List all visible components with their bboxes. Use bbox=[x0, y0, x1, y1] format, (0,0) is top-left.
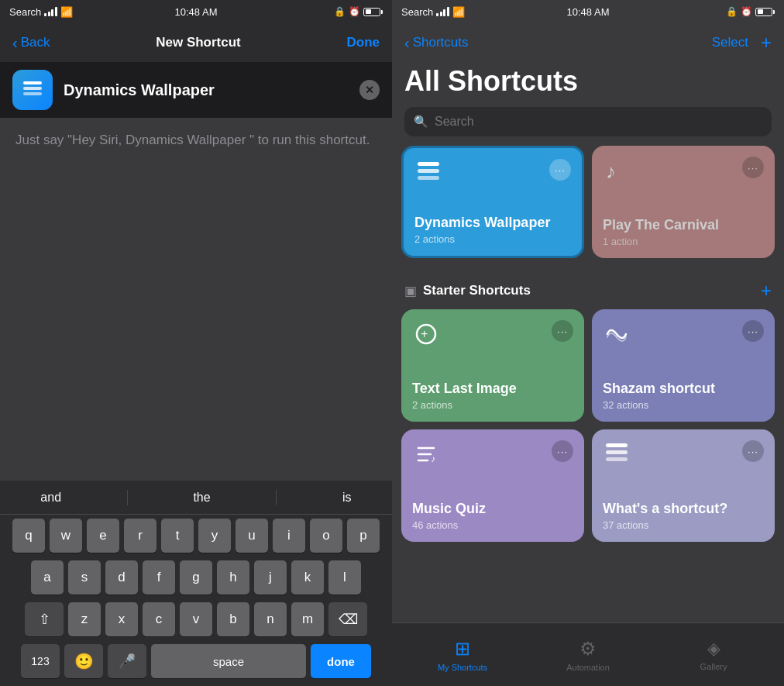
right-panel: Search 📶 10:48 AM 🔒 ⏰ ‹ Shortcut bbox=[392, 0, 784, 686]
card-top-music-quiz: ♪ ··· bbox=[412, 440, 573, 468]
tab-my-shortcuts[interactable]: ⊞ My Shortcuts bbox=[400, 638, 525, 672]
search-icon-right: 🔍 bbox=[414, 115, 428, 129]
search-input-right[interactable] bbox=[435, 115, 762, 129]
card-top-shazam: ··· bbox=[603, 320, 764, 348]
card-top-text-image: + ··· bbox=[412, 320, 573, 348]
svg-rect-1 bbox=[23, 87, 42, 90]
key-w[interactable]: w bbox=[50, 519, 82, 553]
wifi-icon-right: 📶 bbox=[452, 6, 465, 18]
key-i[interactable]: i bbox=[273, 519, 305, 553]
whats-shortcut-icon bbox=[603, 440, 631, 468]
shortcut-card-whats-shortcut[interactable]: ··· What's a shortcut? 37 actions bbox=[592, 429, 775, 542]
key-r[interactable]: r bbox=[124, 519, 156, 553]
key-row-1: q w e r t y u i o p bbox=[0, 515, 392, 557]
layers-icon bbox=[21, 78, 44, 102]
key-h[interactable]: h bbox=[217, 560, 249, 595]
shortcut-name-input[interactable] bbox=[64, 81, 349, 99]
svg-rect-13 bbox=[606, 457, 628, 461]
shortcut-card-dynamics[interactable]: ··· Dynamics Wallpaper 2 actions bbox=[401, 146, 584, 258]
pred-sep-2 bbox=[276, 490, 277, 505]
key-k[interactable]: k bbox=[291, 560, 324, 595]
key-j[interactable]: j bbox=[254, 560, 287, 595]
more-button-music-quiz[interactable]: ··· bbox=[552, 440, 573, 462]
back-button-right[interactable]: ‹ Shortcuts bbox=[404, 34, 468, 52]
key-o[interactable]: o bbox=[310, 519, 342, 553]
shortcut-card-text-image[interactable]: + ··· Text Last Image 2 actions bbox=[401, 309, 584, 422]
shortcut-card-carnival[interactable]: ♪ ··· Play The Carnival 1 action bbox=[592, 146, 775, 258]
key-a[interactable]: a bbox=[31, 560, 64, 595]
back-button-left[interactable]: ‹ Back bbox=[12, 34, 50, 52]
key-n[interactable]: n bbox=[254, 602, 287, 636]
key-d[interactable]: d bbox=[105, 560, 138, 595]
left-panel: Search 📶 10:48 AM 🔒 ⏰ ‹ Back bbox=[0, 0, 392, 686]
keyboard-overlay: and the is q w e r t y u i o p a bbox=[0, 163, 392, 687]
svg-rect-15 bbox=[606, 443, 628, 447]
carnival-icon: ♪ bbox=[603, 157, 631, 184]
tab-automation[interactable]: ⚙ Automation bbox=[525, 638, 651, 672]
key-x[interactable]: x bbox=[105, 602, 138, 636]
key-b[interactable]: b bbox=[217, 602, 249, 636]
shortcut-card-music-quiz[interactable]: ♪ ··· Music Quiz 46 actions bbox=[401, 429, 584, 542]
add-button-right[interactable]: + bbox=[761, 32, 772, 53]
more-button-whats-shortcut[interactable]: ··· bbox=[742, 440, 764, 462]
key-u[interactable]: u bbox=[236, 519, 268, 553]
card-bottom-shazam: Shazam shortcut 32 actions bbox=[603, 381, 764, 411]
numbers-key[interactable]: 123 bbox=[21, 644, 60, 678]
signal-bars-right bbox=[436, 7, 449, 16]
alarm-icon-right: ⏰ bbox=[741, 6, 752, 17]
key-c[interactable]: c bbox=[143, 602, 175, 636]
battery-left bbox=[363, 8, 383, 16]
lock-icon: 🔒 bbox=[334, 6, 346, 17]
pred-word-1[interactable]: and bbox=[25, 488, 77, 508]
card-actions-dynamics: 2 actions bbox=[414, 233, 571, 245]
tab-gallery[interactable]: ◈ Gallery bbox=[651, 639, 776, 671]
more-button-carnival[interactable]: ··· bbox=[742, 157, 764, 178]
more-button-shazam[interactable]: ··· bbox=[742, 320, 764, 342]
key-y[interactable]: y bbox=[198, 519, 231, 553]
svg-rect-0 bbox=[23, 92, 42, 95]
key-g[interactable]: g bbox=[180, 560, 212, 595]
search-bar[interactable]: 🔍 bbox=[404, 107, 772, 136]
space-key[interactable]: space bbox=[151, 644, 306, 678]
emoji-key[interactable]: 🙂 bbox=[64, 644, 103, 678]
card-actions-music-quiz: 46 actions bbox=[412, 519, 573, 531]
key-p[interactable]: p bbox=[347, 519, 380, 553]
siri-description: Just say "Hey Siri, Dynamics Wallpaper "… bbox=[15, 130, 377, 150]
key-t[interactable]: t bbox=[161, 519, 194, 553]
mic-key[interactable]: 🎤 bbox=[108, 644, 146, 678]
key-l[interactable]: l bbox=[328, 560, 361, 595]
starter-section-title: Starter Shortcuts bbox=[423, 283, 531, 298]
pred-word-2[interactable]: the bbox=[177, 488, 225, 508]
my-shortcuts-grid: ··· Dynamics Wallpaper 2 actions ♪ ··· bbox=[401, 146, 775, 258]
key-f[interactable]: f bbox=[143, 560, 175, 595]
more-button-text-image[interactable]: ··· bbox=[552, 320, 573, 342]
shortcut-name-bar: ✕ bbox=[0, 62, 392, 118]
key-z[interactable]: z bbox=[68, 602, 101, 636]
delete-key[interactable]: ⌫ bbox=[328, 602, 367, 636]
search-text-right: Search bbox=[401, 6, 433, 18]
status-bar-left: Search 📶 10:48 AM 🔒 ⏰ bbox=[0, 0, 392, 23]
key-e[interactable]: e bbox=[87, 519, 119, 553]
card-name-carnival: Play The Carnival bbox=[603, 217, 764, 234]
shortcut-card-shazam[interactable]: ··· Shazam shortcut 32 actions bbox=[592, 309, 775, 422]
signal-group-right: Search 📶 bbox=[401, 6, 465, 18]
key-s[interactable]: s bbox=[68, 560, 101, 595]
shortcut-app-icon[interactable] bbox=[12, 70, 53, 110]
key-v[interactable]: v bbox=[180, 602, 212, 636]
key-q[interactable]: q bbox=[12, 519, 45, 553]
text-image-icon: + bbox=[412, 320, 440, 348]
select-button[interactable]: Select bbox=[712, 35, 748, 50]
done-button-left[interactable]: Done bbox=[347, 35, 380, 50]
card-top-dynamics: ··· bbox=[414, 159, 571, 187]
card-bottom-carnival: Play The Carnival 1 action bbox=[603, 217, 764, 247]
tab-bar: ⊞ My Shortcuts ⚙ Automation ◈ Gallery bbox=[392, 622, 784, 686]
key-m[interactable]: m bbox=[291, 602, 324, 636]
shift-key[interactable]: ⇧ bbox=[25, 602, 64, 636]
starter-add-button[interactable]: + bbox=[761, 280, 772, 302]
more-button-dynamics[interactable]: ··· bbox=[549, 159, 571, 181]
signal-bars bbox=[44, 7, 57, 16]
close-button[interactable]: ✕ bbox=[359, 80, 380, 100]
pred-word-3[interactable]: is bbox=[327, 488, 367, 508]
done-key[interactable]: done bbox=[311, 644, 371, 678]
nav-actions-right: Select + bbox=[712, 32, 772, 53]
